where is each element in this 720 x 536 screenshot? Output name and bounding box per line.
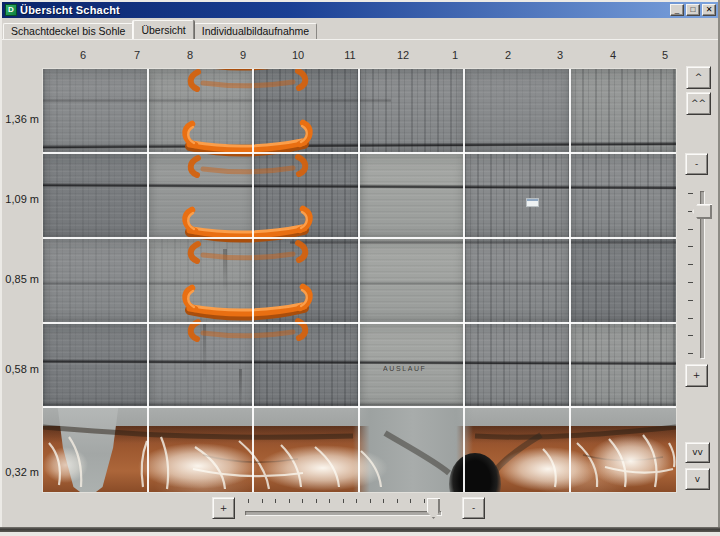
grid-line	[43, 322, 676, 324]
slider-tick	[688, 282, 693, 283]
photo-tile[interactable]	[359, 69, 464, 153]
app-icon: D	[5, 4, 17, 16]
photo-tile[interactable]	[253, 238, 359, 322]
scroll-down-fast-button[interactable]: vv	[685, 442, 710, 463]
slider-tick	[383, 499, 384, 503]
photo-tile[interactable]	[43, 69, 148, 153]
slider-tick	[688, 335, 693, 336]
clock-position-label: 7	[117, 49, 157, 61]
clock-position-label: 2	[488, 49, 528, 61]
scroll-up-fast-button[interactable]: ^^	[686, 92, 711, 115]
label-sticker	[526, 198, 539, 207]
grid-line	[463, 69, 465, 492]
slider-tick	[275, 499, 276, 503]
slider-tick	[688, 300, 693, 301]
slider-tick	[688, 229, 693, 230]
light-reflection	[43, 447, 88, 483]
slider-tick	[410, 499, 411, 503]
scroll-up-button[interactable]: ^	[686, 66, 711, 89]
slider-tick	[248, 499, 249, 503]
photo-tile[interactable]	[569, 69, 676, 153]
slider-tick	[329, 499, 330, 503]
auslauf-stamp: AUSLAUF	[383, 365, 427, 371]
horizontal-zoom-in-button[interactable]: +	[212, 497, 235, 519]
tab-schachtdeckel-bis-sohle[interactable]: Schachtdeckel bis Sohle	[3, 23, 133, 39]
tab-bar: Schachtdeckel bis Sohle Übersicht Indivi…	[3, 19, 717, 39]
vertical-zoom-in-button[interactable]: +	[685, 364, 708, 387]
slider-tick	[289, 499, 290, 503]
shaft-panorama-image[interactable]: AUSLAUF	[43, 69, 676, 492]
slider-tick	[688, 353, 693, 354]
window-title: Übersicht Schacht	[20, 4, 668, 16]
close-button[interactable]: ✕	[702, 4, 716, 16]
photo-tile[interactable]	[359, 153, 464, 238]
app-window: D Übersicht Schacht _ □ ✕ Schachtdeckel …	[0, 0, 720, 536]
horizontal-zoom-out-button[interactable]: -	[462, 497, 485, 519]
grid-line	[147, 69, 149, 492]
window-border-left	[0, 0, 2, 536]
photo-tile[interactable]	[569, 238, 676, 322]
stain	[239, 369, 242, 409]
clock-position-label: 8	[170, 49, 210, 61]
scroll-down-button[interactable]: v	[685, 468, 710, 490]
photo-tile[interactable]	[43, 238, 148, 322]
depth-label: 0,58 m	[1, 363, 39, 375]
tab-uebersicht[interactable]: Übersicht	[133, 20, 193, 39]
photo-tile[interactable]	[464, 238, 569, 322]
clock-position-label: 10	[278, 49, 318, 61]
photo-tile[interactable]	[464, 69, 569, 153]
minimize-button[interactable]: _	[670, 4, 684, 16]
clock-position-label: 11	[330, 49, 370, 61]
depth-label: 0,32 m	[1, 466, 39, 478]
grid-line	[569, 69, 571, 492]
slider-tick	[302, 499, 303, 503]
clock-position-label: 6	[63, 49, 103, 61]
photo-tile[interactable]	[43, 153, 148, 238]
light-reflection	[498, 447, 598, 491]
horizontal-slider-thumb[interactable]	[427, 498, 440, 519]
vertical-zoom-out-button[interactable]: -	[685, 153, 708, 175]
photo-tile[interactable]	[148, 69, 253, 153]
photo-tile[interactable]	[253, 69, 359, 153]
slider-tick	[688, 318, 693, 319]
concrete-joint	[290, 240, 676, 245]
tab-individualbildaufnahme[interactable]: Individualbildaufnahme	[194, 23, 317, 39]
clock-position-label: 1	[435, 49, 475, 61]
clock-position-label: 3	[540, 49, 580, 61]
title-bar[interactable]: D Übersicht Schacht _ □ ✕	[2, 2, 718, 18]
grid-line	[252, 69, 254, 492]
stain	[203, 324, 206, 382]
photo-tile[interactable]	[569, 153, 676, 238]
window-border-bottom-light	[0, 532, 720, 536]
grid-line	[43, 406, 676, 408]
slider-tick	[316, 499, 317, 503]
vertical-slider-thumb[interactable]	[692, 204, 712, 219]
tab-pane-edge	[2, 39, 718, 40]
light-reflection	[258, 445, 388, 491]
photo-tile[interactable]	[359, 238, 464, 322]
slider-tick	[370, 499, 371, 503]
concrete-joint	[43, 98, 391, 103]
depth-label: 1,36 m	[1, 113, 39, 125]
grid-line	[358, 69, 360, 492]
clock-position-label: 4	[593, 49, 633, 61]
slider-tick	[262, 499, 263, 503]
photo-tile[interactable]	[43, 322, 148, 407]
clock-position-label: 5	[645, 49, 685, 61]
slider-tick	[688, 246, 693, 247]
slider-tick	[356, 499, 357, 503]
photo-tile[interactable]	[464, 153, 569, 238]
clock-position-label: 12	[383, 49, 423, 61]
stain	[223, 249, 227, 293]
horizontal-slider[interactable]	[245, 511, 441, 515]
grid-line	[43, 237, 676, 239]
photo-tile[interactable]	[148, 153, 253, 238]
photo-tile[interactable]	[253, 153, 359, 238]
clock-position-label: 9	[223, 49, 263, 61]
photo-tile[interactable]	[148, 238, 253, 322]
slider-tick	[397, 499, 398, 503]
slider-tick	[424, 499, 425, 503]
maximize-button[interactable]: □	[686, 4, 700, 16]
grid-line	[43, 152, 676, 154]
slider-tick	[688, 193, 693, 194]
